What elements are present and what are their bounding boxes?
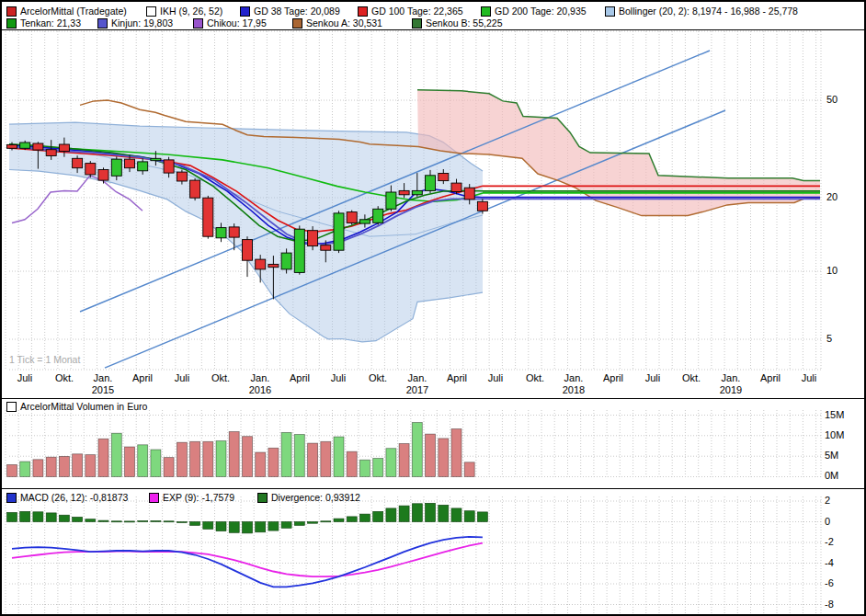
bollinger-swatch-icon (605, 6, 615, 17)
candle-body (243, 240, 253, 261)
legend-item-exp[interactable]: EXP (9): -1,7579 (149, 492, 234, 503)
divergence-bar (451, 508, 461, 522)
month-tick-label: Okt. (200, 372, 241, 383)
month-tick-label: Okt. (671, 372, 712, 383)
divergence-bar (59, 515, 69, 521)
candle-body (373, 209, 383, 222)
legend-item-senkou-a[interactable]: Senkou A: 30,531 (292, 17, 382, 29)
candle-body (426, 176, 436, 191)
divergence-bar (190, 522, 200, 526)
macd-label: MACD (26, 12): -0,81873 (20, 492, 128, 503)
month-tick-label: Okt. (44, 372, 85, 383)
volume-bar (243, 437, 253, 477)
volume-tick-label: 0M (825, 470, 838, 481)
divergence-label: Divergence: 0,93912 (271, 492, 360, 503)
gd38-swatch-icon (240, 6, 250, 17)
divergence-bar (321, 521, 331, 522)
separator-volume-macd (2, 488, 864, 489)
legend-item-ikh[interactable]: IKH (9, 26, 52) (146, 6, 222, 17)
candle-body (268, 264, 279, 267)
volume-bar (308, 443, 318, 476)
tenkan-label: Tenkan: 21,33 (20, 17, 81, 29)
price-tick-label: 20 (826, 191, 838, 202)
gd38-label: GD 38 Tage: 20,089 (254, 6, 340, 17)
separator-main-volume (2, 398, 864, 399)
month-tick-label: Jan. (83, 372, 123, 383)
candle-body (294, 229, 304, 272)
legend-item-senkou-b[interactable]: Senkou B: 55,225 (412, 17, 502, 29)
senkou-b-label: Senkou B: 55,225 (426, 17, 502, 29)
divergence-bar (386, 508, 396, 522)
legend-item-gd100[interactable]: GD 100 Tage: 22,365 (358, 6, 463, 17)
month-tick-label: Juli (162, 372, 202, 383)
volume-bar (177, 442, 187, 476)
gd200-label: GD 200 Tage: 20,935 (495, 6, 587, 17)
volume-bar (203, 441, 213, 476)
legend-item-symbol[interactable]: ArcelorMittal (Tradegate) (6, 6, 127, 17)
bollinger-label: Bollinger (20, 2): 8,1974 - 16,988 - 25,… (619, 6, 798, 17)
month-tick-label: Juli (789, 372, 829, 383)
volume-bar (229, 432, 239, 477)
candle-body (451, 183, 461, 191)
legend-item-macd[interactable]: MACD (26, 12): -0,81873 (6, 492, 128, 503)
senkou-b-swatch-icon (412, 18, 422, 29)
candle-body (7, 144, 17, 148)
legend-item-gd38[interactable]: GD 38 Tage: 20,089 (240, 6, 340, 17)
candle-body (386, 192, 396, 209)
candle-body (98, 170, 108, 181)
candle-body (439, 174, 449, 181)
gd100-label: GD 100 Tage: 22,365 (371, 6, 463, 17)
divergence-bar (256, 522, 266, 532)
legend-item-chikou[interactable]: Chikou: 17,95 (193, 17, 267, 29)
divergence-bar (399, 506, 409, 521)
candle-body (256, 259, 266, 269)
divergence-bar (477, 512, 487, 522)
volume-bar (439, 439, 449, 477)
divergence-bar (216, 522, 226, 531)
legend-item-divergence[interactable]: Divergence: 0,93912 (257, 492, 360, 503)
symbol-swatch-icon (6, 6, 17, 17)
legend-item-volume[interactable]: ArcelorMittal Volumen in Euro (6, 401, 147, 412)
divergence-bar (125, 521, 135, 522)
divergence-bar (151, 520, 161, 521)
volume-tick-label: 15M (825, 409, 844, 420)
month-tick-label: Juli (318, 372, 359, 383)
divergence-swatch-icon (257, 493, 268, 503)
volume-bar (426, 434, 436, 476)
signal-line (12, 543, 483, 577)
legend-item-gd200[interactable]: GD 200 Tage: 20,935 (481, 6, 587, 17)
kinjun-label: Kinjun: 19,803 (111, 17, 173, 29)
month-tick-label: Jan. (397, 372, 438, 383)
divergence-bar (347, 517, 357, 522)
divergence-bar (334, 519, 344, 521)
volume-bar (98, 439, 108, 476)
year-tick-label: 2019 (711, 384, 751, 395)
volume-bar (46, 457, 56, 476)
month-tick-label: Juli (475, 372, 516, 383)
divergence-bar (33, 512, 43, 522)
ikh-swatch-icon (146, 6, 156, 17)
senkou-a-label: Senkou A: 30,531 (306, 17, 382, 29)
divergence-bar (373, 511, 383, 521)
candle-body (59, 144, 69, 152)
month-tick-label: Juli (5, 372, 45, 383)
legend-item-tenkan[interactable]: Tenkan: 21,33 (6, 17, 81, 29)
month-tick-label: Jan. (711, 372, 751, 383)
month-tick-label: April (279, 372, 320, 383)
candle-body (151, 158, 161, 160)
candle-body (359, 220, 370, 223)
month-tick-label: Okt. (515, 372, 555, 383)
candle-body (46, 150, 56, 156)
volume-bar (451, 429, 461, 477)
exp-label: EXP (9): -1,7579 (163, 492, 234, 503)
volume-bar (164, 458, 174, 477)
gd100-swatch-icon (358, 6, 368, 17)
candle-body (125, 159, 135, 168)
ikh-label: IKH (9, 26, 52) (160, 6, 222, 17)
candle-body (203, 198, 213, 236)
volume-bar (281, 432, 291, 476)
legend-item-bollinger[interactable]: Bollinger (20, 2): 8,1974 - 16,988 - 25,… (605, 6, 798, 17)
divergence-bar (359, 514, 370, 521)
gd200-swatch-icon (481, 6, 491, 17)
legend-item-kinjun[interactable]: Kinjun: 19,803 (97, 17, 173, 29)
